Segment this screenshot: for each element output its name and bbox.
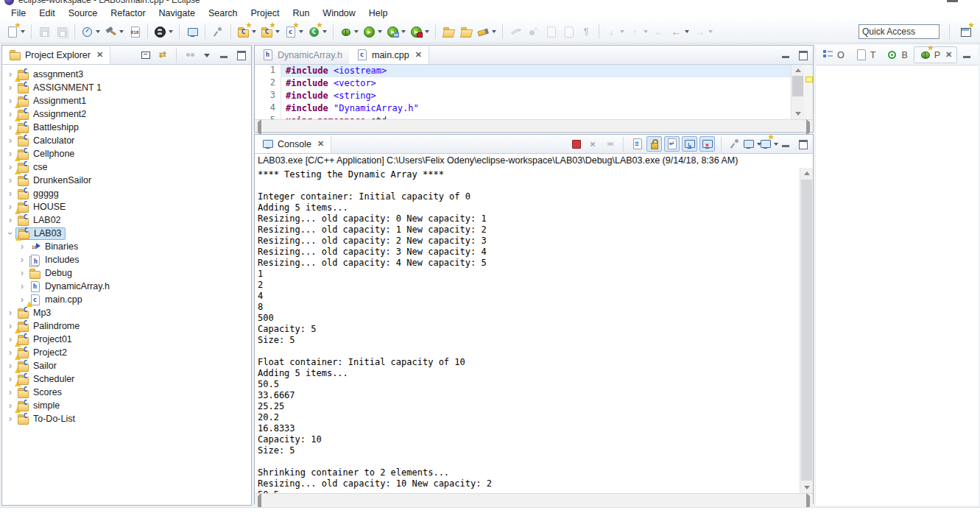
dropdown-icon[interactable] — [685, 30, 689, 33]
dropdown-icon[interactable] — [322, 30, 327, 33]
code-area[interactable]: #include <iostream>#include <vector>#inc… — [281, 65, 791, 119]
chevron-right-icon[interactable]: › — [5, 82, 15, 93]
dropdown-icon[interactable] — [425, 30, 429, 33]
tab-breakpoints[interactable]: B — [881, 46, 912, 63]
dropdown-icon[interactable] — [96, 30, 100, 33]
close-icon[interactable]: ✕ — [317, 139, 324, 149]
tree-item-binaries[interactable]: ›10Binaries — [2, 240, 251, 253]
menu-navigate[interactable]: Navigate — [152, 7, 202, 21]
menu-edit[interactable]: Edit — [32, 7, 62, 21]
console-horizontal-scrollbar[interactable] — [255, 493, 813, 505]
tree-item-battleshipp[interactable]: ›CBattleshipp — [2, 121, 251, 134]
code-editor[interactable]: 12345 #include <iostream>#include <vecto… — [255, 65, 813, 119]
tree-item-assignment-1[interactable]: ›CASSIGNMENT 1 — [2, 81, 251, 94]
scroll-right-icon[interactable] — [806, 496, 810, 506]
chevron-right-icon[interactable]: › — [5, 69, 15, 79]
word-wrap-toggle[interactable]: ↵ — [664, 136, 680, 152]
tree-item-assignment1[interactable]: ›CAssignment1 — [2, 94, 251, 107]
menu-search[interactable]: Search — [202, 7, 244, 21]
editor-tab-dynamicarray-h[interactable]: hDynamicArray.h — [255, 46, 349, 64]
back-button[interactable]: ← — [669, 24, 691, 40]
tree-item-sailor[interactable]: ›CSailor — [2, 359, 251, 372]
quick-access-input[interactable] — [859, 24, 940, 39]
tree-item-lab03[interactable]: ›CLAB03 — [2, 227, 251, 240]
dropdown-icon[interactable] — [169, 30, 173, 33]
pin-console-button[interactable] — [727, 137, 742, 152]
tree-item-simple[interactable]: ›Csimple — [2, 399, 251, 412]
annotation-marker[interactable] — [805, 77, 813, 82]
editor-minimize-button[interactable] — [778, 48, 793, 63]
menu-file[interactable]: File — [4, 7, 32, 21]
close-icon[interactable]: ✕ — [96, 50, 103, 60]
maximize-button[interactable] — [233, 48, 248, 63]
build-button[interactable] — [103, 24, 125, 40]
collapse-all-button[interactable] — [138, 48, 153, 63]
chevron-right-icon[interactable]: › — [5, 414, 15, 424]
chevron-right-icon[interactable]: › — [5, 321, 15, 331]
dropdown-icon[interactable] — [644, 30, 648, 33]
dropdown-icon[interactable] — [299, 30, 303, 33]
chevron-right-icon[interactable]: › — [5, 175, 15, 185]
show-on-stderr-toggle[interactable]: × — [699, 136, 715, 152]
chevron-down-icon[interactable]: › — [5, 228, 15, 238]
binary-output-button[interactable]: 010 — [127, 24, 143, 40]
scroll-up-icon[interactable] — [792, 65, 804, 76]
editor-vertical-scrollbar[interactable] — [791, 65, 804, 119]
chevron-right-icon[interactable]: › — [5, 135, 15, 146]
dropdown-icon[interactable] — [119, 30, 124, 33]
chevron-right-icon[interactable]: › — [5, 96, 15, 106]
chevron-right-icon[interactable]: › — [5, 188, 15, 199]
scroll-right-icon[interactable] — [806, 122, 810, 132]
tree-item-cse[interactable]: ›Ccse — [2, 160, 251, 174]
dropdown-icon[interactable] — [492, 30, 496, 33]
editor-tab-main-cpp[interactable]: cmain.cpp✕ — [349, 46, 429, 64]
run-button[interactable]: ▶ — [362, 24, 384, 40]
new-source-folder-button[interactable]: C★ — [259, 24, 281, 40]
chevron-right-icon[interactable]: › — [5, 109, 15, 119]
chevron-right-icon[interactable]: › — [17, 268, 27, 278]
debug-button[interactable] — [338, 24, 360, 40]
scroll-down-icon[interactable] — [800, 482, 813, 493]
tree-item-lab02[interactable]: ›CLAB02 — [2, 213, 251, 227]
pin-button[interactable] — [210, 24, 226, 40]
tree-item-house[interactable]: ›CHOUSE — [2, 200, 251, 213]
dropdown-icon[interactable] — [252, 30, 256, 33]
chevron-right-icon[interactable]: › — [5, 202, 15, 212]
editor-horizontal-scrollbar[interactable] — [255, 119, 813, 131]
console-vertical-scrollbar[interactable] — [800, 168, 813, 493]
tree-item-assgnment3[interactable]: ›Cassgnment3 — [2, 68, 251, 81]
tree-item-scheduler[interactable]: ›CScheduler — [2, 372, 251, 386]
chevron-right-icon[interactable]: › — [5, 334, 15, 344]
chevron-right-icon[interactable]: › — [17, 241, 27, 252]
open-perspective-icon[interactable]: ★ — [959, 26, 972, 38]
dropdown-icon[interactable] — [378, 30, 382, 33]
chevron-right-icon[interactable]: › — [5, 387, 15, 397]
window-minimize-button[interactable] — [947, 0, 958, 2]
chevron-right-icon[interactable]: › — [5, 361, 15, 371]
show-on-stdout-toggle[interactable]: ↳ — [682, 136, 697, 152]
tree-item-ggggg[interactable]: ›Cggggg — [2, 187, 251, 200]
minimize-button[interactable] — [778, 137, 793, 152]
menu-window[interactable]: Window — [316, 7, 362, 21]
display-console-button[interactable] — [744, 137, 759, 152]
menu-help[interactable]: Help — [362, 7, 395, 21]
close-icon[interactable]: ✕ — [415, 50, 422, 60]
dropdown-icon[interactable] — [401, 30, 406, 33]
maximize-button[interactable] — [795, 137, 810, 152]
open-project-button[interactable] — [440, 24, 456, 40]
new-class-button[interactable]: C★ — [236, 24, 258, 40]
editor-maximize-button[interactable] — [795, 48, 810, 63]
new-cpp-project-button[interactable]: C★ — [306, 24, 328, 40]
scroll-down-icon[interactable] — [792, 108, 804, 119]
project-explorer-tab[interactable]: Project Explorer ✕ — [2, 46, 110, 64]
chevron-right-icon[interactable]: › — [17, 255, 27, 265]
link-with-editor-button[interactable]: ⇄ — [155, 48, 170, 63]
user-profile-button[interactable] — [152, 24, 175, 40]
clear-console-button[interactable]: ≡ — [630, 137, 644, 152]
tree-item-scores[interactable]: ›CScores — [2, 386, 251, 399]
tab-task-list[interactable]: T — [850, 46, 881, 63]
dropdown-icon[interactable] — [620, 30, 624, 33]
scroll-up-icon[interactable] — [800, 168, 813, 179]
chevron-right-icon[interactable]: › — [5, 374, 15, 384]
chevron-right-icon[interactable]: › — [5, 122, 15, 132]
